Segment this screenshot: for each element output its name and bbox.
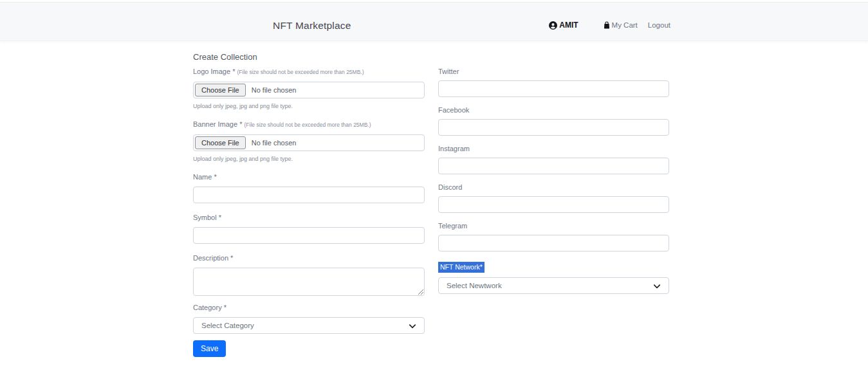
banner-file-input[interactable]: Choose File No file chosen: [193, 134, 425, 151]
name-input[interactable]: [193, 187, 425, 203]
category-select[interactable]: Select Category: [193, 317, 425, 334]
twitter-label: Twitter: [438, 68, 669, 76]
instagram-label: Instagram: [438, 145, 669, 153]
nft-network-group: NFT Network* Select Newtwork: [438, 261, 669, 294]
discord-group: Discord: [438, 183, 669, 213]
discord-label: Discord: [438, 183, 669, 192]
banner-image-label: Banner Image * (File size should not be …: [193, 120, 425, 129]
facebook-input[interactable]: [438, 119, 669, 136]
category-label: Category *: [193, 304, 425, 312]
my-cart-link[interactable]: My Cart: [603, 21, 638, 29]
top-navbar: NFT Marketplace AMIT My Cart Logout: [0, 2, 868, 41]
chevron-down-icon: [652, 282, 661, 291]
logo-image-group: Logo Image * (File size should not be ex…: [193, 68, 425, 110]
name-label: Name *: [193, 173, 425, 181]
description-textarea[interactable]: [193, 268, 425, 296]
instagram-group: Instagram: [438, 145, 669, 174]
banner-file-status: No file chosen: [247, 135, 297, 151]
banner-file-type-helper: Upload only jpeg, jpg and png file type.: [193, 156, 425, 163]
telegram-input[interactable]: [438, 235, 669, 252]
symbol-input[interactable]: [193, 227, 425, 244]
description-group: Description *: [193, 254, 425, 296]
description-label: Description *: [193, 254, 425, 262]
my-cart-label: My Cart: [612, 21, 638, 29]
logo-file-input[interactable]: Choose File No file chosen: [193, 82, 425, 98]
logo-image-label: Logo Image * (File size should not be ex…: [193, 68, 425, 77]
symbol-group: Symbol *: [193, 214, 425, 244]
telegram-group: Telegram: [438, 222, 669, 252]
textarea-resize-handle[interactable]: [417, 288, 423, 295]
logo-choose-file-button[interactable]: Choose File: [195, 84, 246, 96]
category-group: Category * Select Category: [193, 304, 425, 334]
nft-network-label-highlighted: NFT Network*: [438, 262, 485, 273]
form-right-column: Twitter Facebook Instagram Discord Teleg…: [438, 68, 669, 303]
name-group: Name *: [193, 173, 425, 203]
logout-link[interactable]: Logout: [648, 21, 670, 29]
facebook-group: Facebook: [438, 106, 669, 136]
user-name: AMIT: [559, 21, 578, 30]
shopping-bag-icon: [603, 21, 611, 29]
twitter-group: Twitter: [438, 68, 669, 97]
logo-image-label-text: Logo Image *: [193, 68, 235, 75]
discord-input[interactable]: [438, 196, 669, 213]
telegram-label: Telegram: [438, 222, 669, 230]
banner-choose-file-button[interactable]: Choose File: [195, 136, 246, 149]
brand-title: NFT Marketplace: [273, 20, 351, 32]
instagram-input[interactable]: [438, 158, 669, 174]
logo-file-type-helper: Upload only jpeg, jpg and png file type.: [193, 103, 425, 110]
save-button[interactable]: Save: [193, 340, 226, 357]
category-selected-value: Select Category: [201, 322, 254, 329]
symbol-label: Symbol *: [193, 214, 425, 222]
header-nav: AMIT My Cart Logout: [549, 21, 670, 30]
nft-network-selected-value: Select Newtwork: [447, 282, 502, 289]
banner-image-label-text: Banner Image *: [193, 120, 242, 128]
banner-image-size-note: (File size should not be exceeded more t…: [245, 122, 371, 128]
banner-image-group: Banner Image * (File size should not be …: [193, 120, 425, 163]
twitter-input[interactable]: [438, 80, 669, 97]
user-menu[interactable]: AMIT: [549, 21, 578, 30]
user-circle-icon: [549, 21, 557, 30]
chevron-down-icon: [408, 322, 417, 331]
form-left-column: Logo Image * (File size should not be ex…: [193, 68, 425, 357]
nft-network-select[interactable]: Select Newtwork: [438, 277, 669, 294]
facebook-label: Facebook: [438, 106, 669, 114]
page-title: Create Collection: [193, 52, 257, 62]
logo-file-status: No file chosen: [247, 82, 297, 98]
logo-image-size-note: (File size should not be exceeded more t…: [237, 69, 364, 75]
